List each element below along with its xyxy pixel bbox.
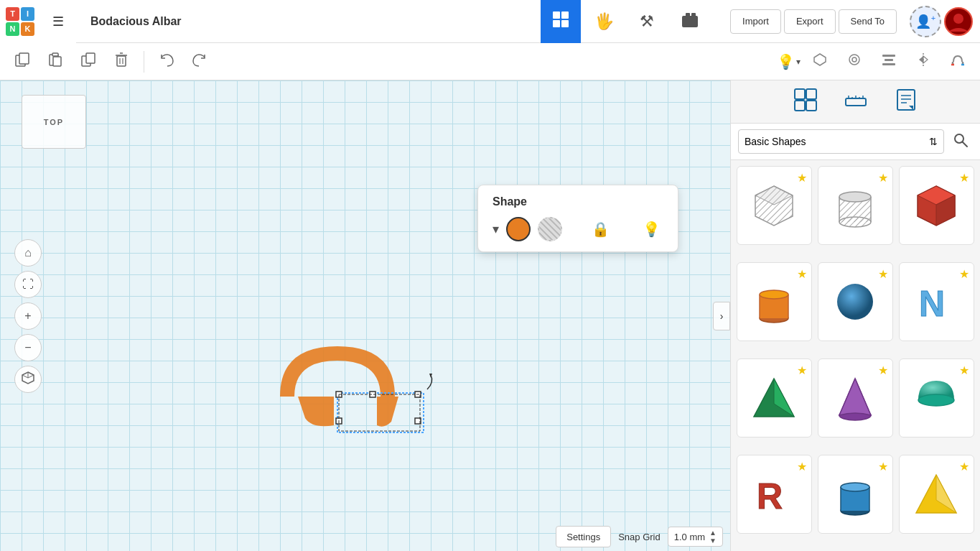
top-nav: T I N K ☰ Bodacious Albar 🖐 ⚒ [0,0,980,43]
duplicate-icon [80,52,96,71]
toolbar-right: 💡 ▾ [777,47,973,77]
star-icon: ★ [797,364,807,377]
send-to-button[interactable]: Send To [839,9,897,34]
shape-half-sphere-visual [912,373,962,423]
svg-marker-31 [923,56,928,63]
star-icon: ★ [959,171,969,185]
search-button[interactable] [948,129,973,154]
svg-text:N: N [919,284,945,324]
svg-rect-12 [19,53,29,64]
settings-button[interactable]: Settings [556,526,611,547]
align-button[interactable] [874,47,904,77]
svg-rect-49 [795,101,805,111]
copy-button[interactable] [7,47,37,77]
nav-grid-button[interactable] [541,0,581,43]
shape-item-triangle-yellow[interactable]: ★ [899,455,974,534]
star-icon: ★ [878,460,888,473]
shape-icon [812,52,828,71]
snap-arrows[interactable]: ▲ ▼ [709,529,717,545]
redo-button[interactable] [185,47,215,77]
home-button[interactable]: ⌂ [14,239,42,267]
color-solid-swatch[interactable] [506,217,531,241]
svg-rect-26 [882,55,895,57]
zoom-out-button[interactable]: − [14,334,42,361]
light-icon: 💡 [777,53,795,70]
canvas-shape[interactable] [273,325,459,443]
shape-item-box-red[interactable]: ★ [899,166,974,245]
zoom-in-button[interactable]: + [14,302,42,330]
export-button[interactable]: Export [784,9,836,34]
shape-pyramid-visual [750,373,800,423]
nav-blocks-button[interactable] [670,0,710,43]
left-controls: ⌂ ⛶ + − [14,239,42,393]
delete-button[interactable] [106,47,136,77]
snap-grid-value[interactable]: 1.0 mm ▲ ▼ [668,527,723,547]
shape-item-cylinder-blue[interactable]: ★ [818,455,893,534]
shape-item-cylinder-orange[interactable]: ★ [737,262,812,341]
svg-point-80 [837,284,873,320]
import-button[interactable]: Import [730,9,781,34]
shape-button[interactable] [805,47,835,77]
shape-item-cylinder-gray[interactable]: ★ [818,166,893,245]
add-user-icon: 👤+ [915,14,935,29]
shape-cone-visual [831,373,881,423]
shape-box-visual [750,180,800,231]
fit-button[interactable]: ⛶ [14,271,42,298]
magnet-button[interactable] [943,47,973,77]
shape-popup-arrow[interactable]: ▾ [493,221,499,237]
logo-i: I [21,7,34,21]
shape-cylinder-orange-visual [750,277,800,327]
undo-button[interactable] [151,47,182,77]
lock-icon-btn[interactable]: 🔒 [589,217,613,241]
add-user-button[interactable]: 👤+ [910,6,941,37]
panel-toggle-button[interactable]: › [713,302,730,330]
svg-point-79 [760,290,788,299]
svg-line-45 [22,375,28,378]
canvas-area[interactable]: TOP Shape ▾ 🔒 💡 [0,80,730,551]
shape-item-cone[interactable]: ★ [818,358,893,437]
light-dropdown[interactable]: 💡 ▾ [777,53,801,70]
nav-tool-button[interactable]: ⚒ [627,0,667,43]
shape-item-pyramid[interactable]: ★ [737,358,812,437]
shapes-dropdown[interactable]: Basic Shapes ⇅ [738,129,944,154]
tinkercad-logo[interactable]: T I N K [0,0,40,43]
paste-button[interactable] [40,47,70,77]
fit-icon: ⛶ [22,278,34,291]
hand-icon: 🖐 [594,12,614,31]
panel-ruler-button[interactable] [834,83,877,121]
mirror-button[interactable] [908,47,938,77]
light-icon-btn[interactable]: 💡 [639,217,663,241]
shape-item-red-r[interactable]: ★ R [737,455,812,534]
snap-grid-label: Snap Grid [618,532,661,542]
svg-marker-30 [919,56,923,63]
menu-button[interactable]: ☰ [40,0,76,43]
svg-point-8 [953,14,963,24]
svg-rect-0 [553,11,560,19]
shapes-search-bar: Basic Shapes ⇅ [731,124,980,160]
right-panel-icons [731,80,980,124]
delete-icon [113,52,129,71]
svg-rect-2 [553,20,560,27]
star-icon: ★ [878,364,888,377]
color-hole-swatch[interactable] [538,217,562,241]
cube-icon [21,371,35,388]
panel-grid-button[interactable] [784,83,827,121]
view-mode-button[interactable] [14,366,42,393]
svg-rect-4 [682,16,698,27]
duplicate-button[interactable] [73,47,103,77]
shape-item-half-sphere[interactable]: ★ [899,358,974,437]
notes-icon [893,87,919,117]
nav-hand-button[interactable]: 🖐 [584,0,624,43]
shape-item-sphere[interactable]: ★ [818,262,893,341]
user-avatar[interactable] [944,7,973,36]
shape-item-text-n[interactable]: ★ N [899,262,974,341]
svg-line-46 [28,375,34,378]
plus-icon: + [24,310,31,323]
panel-notes-button[interactable] [885,83,928,121]
shape-item-box[interactable]: ★ [737,166,812,245]
circle-button[interactable] [839,47,869,77]
shape-cylinder-blue-visual [831,469,881,519]
snap-grid-number: 1.0 mm [674,532,705,542]
ruler-icon [843,87,869,117]
view-cube[interactable]: TOP [22,95,86,149]
